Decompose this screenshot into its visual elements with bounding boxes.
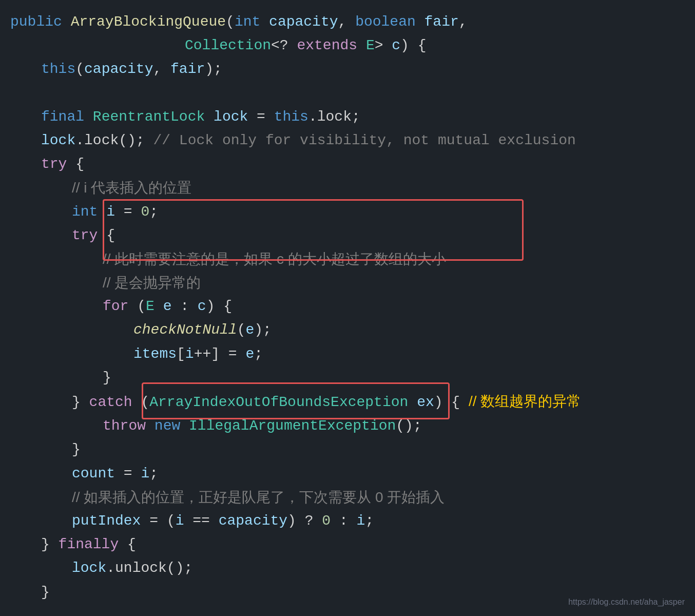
colon: : bbox=[180, 295, 198, 318]
for-end: ) { bbox=[206, 295, 232, 318]
angle1: <? bbox=[271, 34, 297, 57]
code-line-14: checkNotNull ( e ); bbox=[10, 318, 685, 342]
param-fair: fair bbox=[424, 10, 459, 34]
equals1: = bbox=[257, 105, 274, 129]
var-count: count bbox=[72, 462, 124, 486]
keyword-new: new bbox=[155, 414, 189, 438]
code-line-17: } catch ( ArrayIndexOutOfBoundsException… bbox=[10, 390, 685, 414]
number-0: 0 bbox=[141, 200, 149, 224]
colon-ternary: : bbox=[331, 509, 356, 533]
var-c: c bbox=[198, 295, 206, 318]
keyword-int: int bbox=[72, 200, 106, 224]
code-line-24: lock .unlock(); bbox=[10, 556, 685, 580]
keyword-finally: finally bbox=[59, 533, 127, 556]
code-line-22: putIndex = ( i == capacity ) ? 0 : i ; bbox=[10, 509, 685, 533]
method-name: ArrayBlockingQueue bbox=[71, 10, 226, 34]
var-lock: lock bbox=[214, 105, 257, 129]
var-i-incr: i bbox=[185, 342, 194, 366]
brace-try1: { bbox=[75, 152, 84, 176]
code-line-empty1 bbox=[10, 82, 685, 105]
code-line-6: lock .lock(); // Lock only for visibilit… bbox=[10, 129, 685, 152]
keyword-try2: try bbox=[72, 224, 106, 247]
keyword-int: int bbox=[235, 10, 269, 34]
ternary: ) ? bbox=[287, 509, 322, 533]
code-line-7: try { bbox=[10, 152, 685, 176]
keyword-extends: extends bbox=[297, 34, 365, 57]
this-end: ); bbox=[205, 57, 222, 81]
code-line-11: // 此时需要注意的是，如果 c 的大小超过了数组的大小 bbox=[10, 247, 685, 271]
code-line-19: } bbox=[10, 438, 685, 461]
semi-put: ; bbox=[365, 509, 374, 533]
comment-lock: // Lock only for visibility, not mutual … bbox=[153, 129, 575, 152]
equals-put: = ( bbox=[149, 509, 175, 533]
keyword-final: final bbox=[41, 105, 93, 129]
var-e: e bbox=[163, 295, 181, 318]
keyword-this: this bbox=[41, 57, 75, 81]
brace-try-outer-close: } bbox=[41, 533, 59, 556]
var-items: items bbox=[133, 342, 177, 366]
keyword-for: for bbox=[103, 295, 137, 318]
var-i4: i bbox=[176, 509, 193, 533]
code-line-3: this ( capacity , fair ); bbox=[10, 57, 685, 81]
comma-this: , bbox=[153, 57, 170, 81]
type-e: E bbox=[366, 34, 375, 57]
semi-count: ; bbox=[149, 462, 158, 486]
code-line-23: } finally { bbox=[10, 533, 685, 556]
comment-i: // i 代表插入的位置 bbox=[72, 176, 191, 200]
code-line-15: items [ i ++] = e ; bbox=[10, 342, 685, 366]
code-line-5: final ReentrantLock lock = this .lock; bbox=[10, 105, 685, 129]
brace-try-close: } bbox=[72, 391, 89, 414]
keyword-public: public bbox=[10, 10, 71, 34]
type-collection: Collection bbox=[10, 34, 271, 57]
var-putindex: putIndex bbox=[72, 509, 149, 533]
catch-paren-open: ( bbox=[141, 391, 149, 414]
comma2: , bbox=[459, 10, 468, 34]
var-i: i bbox=[106, 200, 124, 224]
code-line-9: int i = 0 ; bbox=[10, 200, 685, 224]
code-line-12: // 是会抛异常的 bbox=[10, 271, 685, 295]
semi-i: ; bbox=[149, 200, 158, 224]
fn-checknotnull: checkNotNull bbox=[133, 318, 237, 342]
number-0-ternary: 0 bbox=[322, 509, 331, 533]
catch-paren-close: ) { bbox=[434, 391, 469, 414]
var-ex: ex bbox=[417, 391, 434, 414]
code-line-20: count = i ; bbox=[10, 462, 685, 486]
watermark: https://blog.csdn.net/aha_jasper bbox=[568, 598, 685, 607]
var-lock3: lock bbox=[72, 556, 106, 580]
incr: ++] = bbox=[194, 342, 246, 366]
var-i5: i bbox=[357, 509, 365, 533]
comment-putindex: // 如果插入的位置，正好是队尾了，下次需要从 0 开始插入 bbox=[72, 486, 445, 509]
arg-e1: e bbox=[245, 318, 254, 342]
type-e-for: E bbox=[146, 295, 163, 318]
throw-end: (); bbox=[396, 414, 421, 438]
arg-fair: fair bbox=[170, 57, 205, 81]
comment-chinese2: // 是会抛异常的 bbox=[103, 271, 201, 295]
paren-close-brace: ) { bbox=[400, 34, 426, 57]
brace-try2: { bbox=[106, 224, 115, 247]
type-arrayindex: ArrayIndexOutOfBoundsException bbox=[149, 391, 417, 414]
angle2: > bbox=[375, 34, 392, 57]
watermark-text: https://blog.csdn.net/aha_jasper bbox=[568, 598, 685, 606]
lock-call: .lock(); bbox=[75, 129, 153, 152]
for-paren: ( bbox=[137, 295, 146, 318]
this-lock: .lock; bbox=[308, 105, 360, 129]
comment-arrayindex: // 数组越界的异常 bbox=[469, 390, 581, 413]
brace-finally-close: } bbox=[41, 581, 50, 604]
code-editor: public ArrayBlockingQueue ( int capacity… bbox=[0, 0, 695, 616]
param-capacity: capacity bbox=[269, 10, 338, 34]
equals-count: = bbox=[124, 462, 141, 486]
code-line-10: try { bbox=[10, 224, 685, 247]
type-illegalarg: IllegalArgumentException bbox=[189, 414, 396, 438]
keyword-boolean: boolean bbox=[355, 10, 424, 34]
comment-chinese1: // 此时需要注意的是，如果 c 的大小超过了数组的大小 bbox=[103, 247, 446, 271]
code-line-13: for ( E e : c ) { bbox=[10, 295, 685, 318]
type-reentrantlock: ReentrantLock bbox=[93, 105, 214, 129]
var-capacity2: capacity bbox=[219, 509, 287, 533]
code-line-16: } bbox=[10, 366, 685, 390]
var-i3: i bbox=[141, 462, 149, 486]
keyword-try1: try bbox=[41, 152, 75, 176]
param-c: c bbox=[392, 34, 400, 57]
code-line-18: throw new IllegalArgumentException (); bbox=[10, 414, 685, 438]
keyword-this2: this bbox=[274, 105, 308, 129]
brace-finally-open: { bbox=[127, 533, 136, 556]
